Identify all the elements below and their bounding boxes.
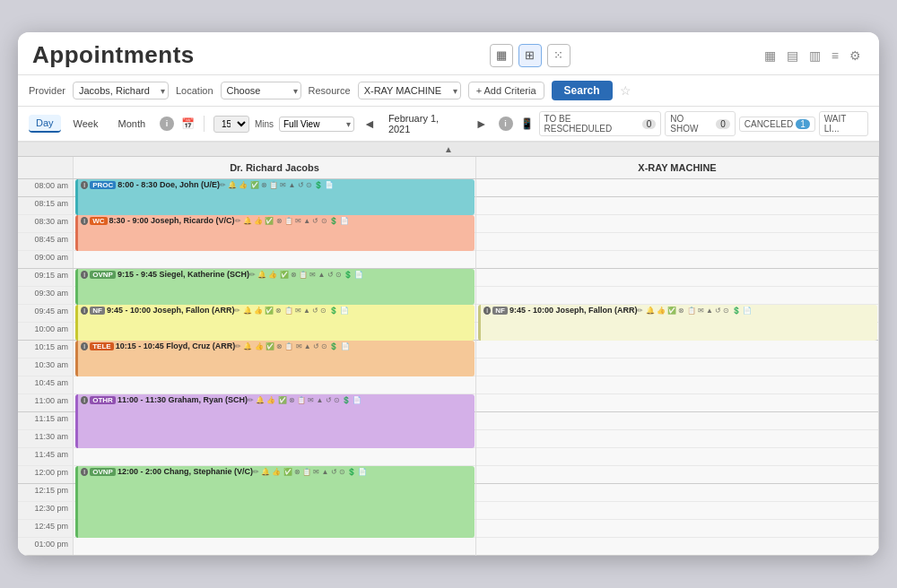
- appointment-block[interactable]: IOTHR11:00 - 11:30 Graham, Ryan (SCH) ✏ …: [75, 394, 475, 448]
- prev-date-button[interactable]: ◄: [360, 117, 379, 131]
- time-label: 09:15 am: [18, 269, 74, 286]
- slot-col-0[interactable]: [74, 251, 476, 269]
- slot-col-1[interactable]: [476, 179, 879, 197]
- appointment-badge: PROC: [90, 181, 116, 189]
- tab-day[interactable]: Day: [29, 115, 61, 133]
- appointment-icons: ✏ 🔔 👍 ✅ ⊗ 📋 ✉ ▲ ↺ ⊙ 💲 📄: [253, 468, 367, 476]
- next-date-button[interactable]: ►: [472, 117, 492, 131]
- slot-col-1[interactable]: [476, 269, 879, 287]
- appointment-badge: OVNP: [90, 271, 116, 279]
- slot-col-1[interactable]: [476, 197, 879, 215]
- day-icon[interactable]: ▥: [806, 47, 824, 65]
- slot-col-1[interactable]: [476, 394, 879, 412]
- location-select[interactable]: Choose: [221, 82, 301, 99]
- slot-col-1[interactable]: [476, 251, 879, 269]
- appointment-badge: TELE: [90, 342, 113, 350]
- appointment-badge: NF: [90, 307, 105, 315]
- slot-col-1[interactable]: [476, 341, 879, 359]
- slot-col-0[interactable]: [74, 538, 476, 556]
- slot-col-0[interactable]: [74, 376, 476, 394]
- appointment-icons: ✏ 🔔 👍 ✅ ⊗ 📋 ✉ ▲ ↺ ⊙ 💲 📄: [249, 271, 363, 279]
- slot-col-1[interactable]: [476, 287, 879, 305]
- view-bar: Day Week Month i 📅 15 30 Mins Full View …: [18, 107, 879, 143]
- tab-week[interactable]: Week: [66, 116, 106, 132]
- slot-col-1[interactable]: [476, 538, 879, 556]
- mobile-icon[interactable]: 📱: [520, 117, 534, 130]
- slot-col-1[interactable]: [476, 448, 879, 466]
- time-label: 11:15 am: [18, 412, 74, 429]
- appointment-block[interactable]: ITELE10:15 - 10:45 Floyd, Cruz (ARR) ✏ 🔔…: [75, 341, 475, 376]
- location-select-wrap: Choose: [221, 82, 301, 99]
- resource-label: Resource: [309, 85, 351, 96]
- appointment-block[interactable]: IOVNP9:15 - 9:45 Siegel, Katherine (SCH)…: [75, 269, 475, 305]
- gear-icon[interactable]: ⚙: [846, 47, 865, 65]
- view-type-select[interactable]: Full View Provider View: [279, 117, 354, 132]
- slot-col-1[interactable]: [476, 233, 879, 251]
- info-badge: I: [81, 396, 88, 404]
- appointment-block[interactable]: IPROC8:00 - 8:30 Doe, John (U/E) ✏ 🔔 👍 ✅…: [75, 179, 475, 215]
- time-label: 08:45 am: [18, 233, 74, 250]
- slot-col-1[interactable]: [476, 376, 879, 394]
- mins-select[interactable]: 15 30: [213, 116, 249, 133]
- slot-col-1[interactable]: [476, 430, 879, 448]
- appointment-block[interactable]: IOVNP12:00 - 2:00 Chang, Stephanie (V/C)…: [75, 466, 475, 538]
- waitlist-badge: WAIT LI...: [819, 111, 868, 136]
- time-label: 09:45 am: [18, 305, 74, 322]
- time-row: 10:45 am: [18, 376, 879, 394]
- info-icon-2[interactable]: i: [499, 117, 513, 131]
- time-label: 11:30 am: [18, 430, 74, 447]
- week-icon[interactable]: ▤: [783, 47, 802, 65]
- slot-col-1[interactable]: [476, 215, 879, 233]
- canceled-label: CANCELED: [745, 119, 793, 129]
- time-row: 01:00 pm: [18, 538, 879, 556]
- list-icon[interactable]: ≡: [828, 47, 842, 65]
- appointment-text: 9:45 - 10:00 Joseph, Fallon (ARR): [107, 306, 235, 315]
- scroll-top-button[interactable]: ▲: [18, 143, 879, 157]
- calendar-scroll[interactable]: 08:00 am08:15 am08:30 am08:45 am09:00 am…: [18, 179, 879, 556]
- slot-col-1[interactable]: [476, 520, 879, 538]
- filter-bar: Provider Jacobs, Richard Location Choose…: [18, 75, 879, 107]
- time-label: 08:30 am: [18, 215, 74, 232]
- slot-col-1[interactable]: [476, 502, 879, 520]
- slot-col-0[interactable]: [74, 448, 476, 466]
- main-window: Appointments ▦ ⊞ ⁙ ▦ ▤ ▥ ≡ ⚙ Provider Ja…: [18, 32, 879, 556]
- separator: [204, 116, 205, 132]
- waitlist-label: WAIT LI...: [824, 114, 863, 134]
- time-label: 10:15 am: [18, 341, 74, 358]
- appointment-text: 8:00 - 8:30 Doe, John (U/E): [118, 180, 220, 189]
- month-icon[interactable]: ▦: [761, 47, 779, 65]
- tab-month[interactable]: Month: [110, 116, 152, 132]
- time-label: 12:30 pm: [18, 502, 74, 519]
- info-icon[interactable]: i: [160, 117, 174, 131]
- provider-label: Provider: [29, 85, 65, 96]
- settings-dot-icon[interactable]: ⁙: [547, 44, 570, 67]
- resource-select-wrap: X-RAY MACHINE: [358, 82, 461, 99]
- title-bar: Appointments ▦ ⊞ ⁙ ▦ ▤ ▥ ≡ ⚙: [18, 32, 879, 75]
- calendar-grid-icon[interactable]: ▦: [490, 44, 513, 67]
- mins-label: Mins: [255, 119, 274, 129]
- appointment-badge: WC: [90, 217, 107, 225]
- appointment-block[interactable]: INF9:45 - 10:00 Joseph, Fallon (ARR) ✏ 🔔…: [478, 305, 877, 341]
- add-criteria-button[interactable]: + Add Criteria: [468, 82, 544, 99]
- appointment-block[interactable]: IWC8:30 - 9:00 Joseph, Ricardo (V/C) ✏ 🔔…: [75, 215, 475, 251]
- col-header-xray: X-RAY MACHINE: [476, 157, 879, 178]
- search-button[interactable]: Search: [552, 81, 613, 100]
- provider-select[interactable]: Jacobs, Richard: [73, 82, 169, 99]
- slot-col-1[interactable]: [476, 412, 879, 430]
- favorite-icon[interactable]: ☆: [620, 83, 631, 98]
- resource-select[interactable]: X-RAY MACHINE: [358, 82, 461, 99]
- slot-col-1[interactable]: [476, 466, 879, 484]
- info-badge: I: [81, 271, 88, 279]
- calendar-icon[interactable]: 📅: [181, 117, 195, 130]
- appointment-block[interactable]: INF9:45 - 10:00 Joseph, Fallon (ARR) ✏ 🔔…: [75, 305, 475, 341]
- time-label: 12:00 pm: [18, 466, 74, 483]
- appointment-badge: OTHR: [90, 396, 116, 404]
- info-badge: I: [81, 307, 88, 315]
- slot-col-1[interactable]: [476, 484, 879, 502]
- calendar-list-icon[interactable]: ⊞: [518, 44, 542, 67]
- appointment-text: 9:15 - 9:45 Siegel, Katherine (SCH): [118, 270, 249, 279]
- info-badge: I: [81, 217, 88, 225]
- slot-col-1[interactable]: [476, 359, 879, 376]
- time-label: 08:15 am: [18, 197, 74, 214]
- location-label: Location: [176, 85, 213, 96]
